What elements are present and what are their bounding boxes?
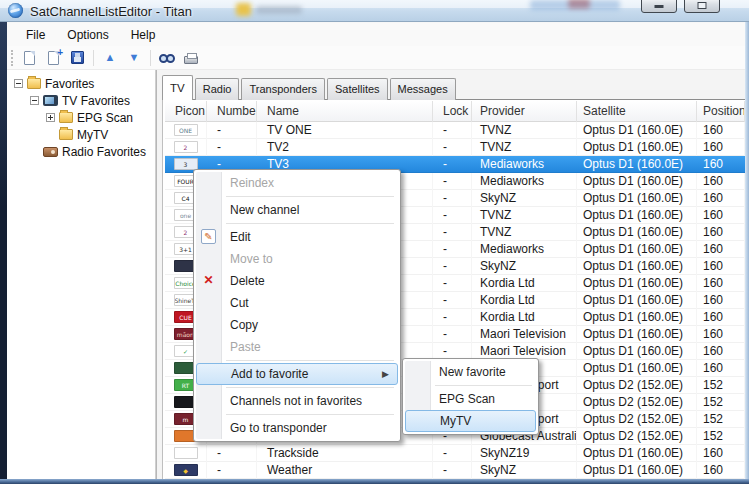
cell-satellite: Optus D1 (160.0E)	[577, 224, 697, 241]
cell-position: 160	[697, 343, 745, 360]
sidebar-item-radio-favorites[interactable]: Radio Favorites	[30, 143, 146, 160]
menu-options[interactable]: Options	[56, 25, 119, 45]
cell-provider: Maori Television	[472, 326, 577, 343]
tab-tv[interactable]: TV	[162, 75, 193, 100]
column-header-provider[interactable]: Provider	[472, 101, 577, 122]
menu-item-label: Paste	[230, 340, 261, 354]
cell-name: Weather	[257, 462, 433, 479]
print-icon[interactable]	[180, 48, 202, 68]
sidebar-item-epg-scan[interactable]: EPG Scan	[46, 109, 133, 126]
window-bottom-border	[0, 479, 749, 484]
menu-item-edit[interactable]: Edit✎	[196, 226, 398, 248]
cell-lock: -	[433, 207, 472, 224]
sidebar-item-tv-favorites[interactable]: TV Favorites	[30, 92, 130, 109]
sidebar-item-favorites[interactable]: Favorites	[14, 75, 94, 92]
tree-item-label: Favorites	[45, 77, 94, 91]
cell-provider: TVNZ	[472, 139, 577, 156]
column-header-picon[interactable]: Picon	[165, 101, 207, 122]
table-row[interactable]: 2-TV2-TVNZOptus D1 (160.0E)160	[165, 139, 745, 156]
cell-lock: -	[433, 275, 472, 292]
new-file-icon[interactable]	[18, 48, 40, 68]
column-header-satellite[interactable]: Satellite	[577, 101, 697, 122]
column-header-number[interactable]: Number	[207, 101, 257, 122]
cell-provider: TVNZ	[472, 122, 577, 139]
cell-number: -	[207, 445, 257, 462]
cell-position: 160	[697, 241, 745, 258]
cell-satellite: Optus D1 (160.0E)	[577, 326, 697, 343]
submenu-item-new-favorite[interactable]: New favorite	[405, 361, 536, 383]
window-title: SatChannelListEditor - Titan	[30, 4, 192, 19]
find-icon[interactable]	[156, 48, 178, 68]
menu-item-go-to-transponder[interactable]: Go to transponder	[196, 417, 398, 439]
cell-satellite: Optus D1 (160.0E)	[577, 258, 697, 275]
menu-item-paste: Paste	[196, 336, 398, 358]
cell-satellite: Optus D1 (160.0E)	[577, 360, 697, 377]
cell-provider: TVNZ	[472, 224, 577, 241]
menu-help[interactable]: Help	[120, 25, 167, 45]
edit-icon: ✎	[201, 229, 216, 244]
toolbar-separator	[93, 50, 94, 66]
menu-item-label: Copy	[230, 318, 258, 332]
cell-position: 152	[697, 377, 745, 394]
table-row[interactable]: -Trackside-SkyNZ19Optus D1 (160.0E)160	[165, 445, 745, 462]
expand-icon[interactable]	[46, 113, 55, 122]
collapse-icon[interactable]	[14, 79, 23, 88]
menu-separator	[435, 385, 532, 386]
cell-provider: SkyNZ	[472, 462, 577, 479]
screen: SatChannelListEditor - Titan FileOptions…	[0, 0, 749, 484]
cell-provider: Kordia Ltd	[472, 292, 577, 309]
menu-item-copy[interactable]: Copy	[196, 314, 398, 336]
cell-position: 152	[697, 394, 745, 411]
collapse-icon[interactable]	[30, 96, 39, 105]
save-icon[interactable]	[66, 48, 88, 68]
cell-provider: Mediaworks	[472, 173, 577, 190]
cell-lock: -	[433, 258, 472, 275]
new-file-plus-icon[interactable]: +	[42, 48, 64, 68]
move-down-icon[interactable]: ▼	[123, 48, 145, 68]
column-header-name[interactable]: Name	[257, 101, 433, 122]
submenu-item-epg-scan[interactable]: EPG Scan	[405, 388, 536, 410]
tree-item-label: Radio Favorites	[62, 145, 146, 159]
tab-satellites[interactable]: Satellites	[327, 78, 388, 100]
tab-messages[interactable]: Messages	[390, 78, 456, 100]
menu-file[interactable]: File	[15, 25, 56, 45]
cell-satellite: Optus D1 (160.0E)	[577, 122, 697, 139]
menu-item-label: Delete	[230, 274, 265, 288]
move-up-icon[interactable]: ▲	[99, 48, 121, 68]
tab-strip: TVRadioTranspondersSatellitesMessages	[162, 75, 458, 100]
table-row[interactable]: ◆-Weather-SkyNZOptus D1 (160.0E)160	[165, 462, 745, 479]
menu-separator	[226, 387, 394, 388]
cell-satellite: Optus D1 (160.0E)	[577, 241, 697, 258]
column-header-position[interactable]: Position	[697, 101, 745, 122]
cell-lock: -	[433, 173, 472, 190]
tab-transponders[interactable]: Transponders	[241, 78, 324, 100]
table-row[interactable]: ONE-TV ONE-TVNZOptus D1 (160.0E)160	[165, 122, 745, 139]
sidebar-item-mytv[interactable]: MyTV	[46, 126, 108, 143]
submenu-arrow-icon: ▶	[382, 364, 389, 384]
cell-satellite: Optus D1 (160.0E)	[577, 190, 697, 207]
cell-position: 160	[697, 122, 745, 139]
cell-lock: -	[433, 122, 472, 139]
toolbar: +▲▼	[7, 46, 745, 70]
menu-item-delete[interactable]: Delete✕	[196, 270, 398, 292]
submenu-item-mytv[interactable]: MyTV	[405, 410, 536, 432]
cell-picon	[165, 445, 207, 462]
cell-satellite: Optus D1 (160.0E)	[577, 445, 697, 462]
background-maximize-button[interactable]	[684, 0, 720, 13]
menu-item-label: Cut	[230, 296, 249, 310]
background-minimize-button[interactable]	[641, 0, 677, 13]
cell-picon: ONE	[165, 122, 207, 139]
cell-picon: 2	[165, 139, 207, 156]
tab-radio[interactable]: Radio	[195, 78, 240, 100]
menu-item-label: Reindex	[230, 176, 274, 190]
background-blob	[530, 0, 620, 10]
column-header-lock[interactable]: Lock	[433, 101, 472, 122]
cell-provider: SkyNZ	[472, 258, 577, 275]
menu-item-channels-not-in-favorites[interactable]: Channels not in favorites	[196, 390, 398, 412]
minimize-icon	[655, 5, 664, 8]
menu-item-add-to-favorite[interactable]: Add to favorite▶	[196, 363, 398, 385]
cell-number: -	[207, 139, 257, 156]
menu-item-cut[interactable]: Cut	[196, 292, 398, 314]
menu-item-new-channel[interactable]: New channel	[196, 199, 398, 221]
maximize-icon	[698, 2, 707, 9]
